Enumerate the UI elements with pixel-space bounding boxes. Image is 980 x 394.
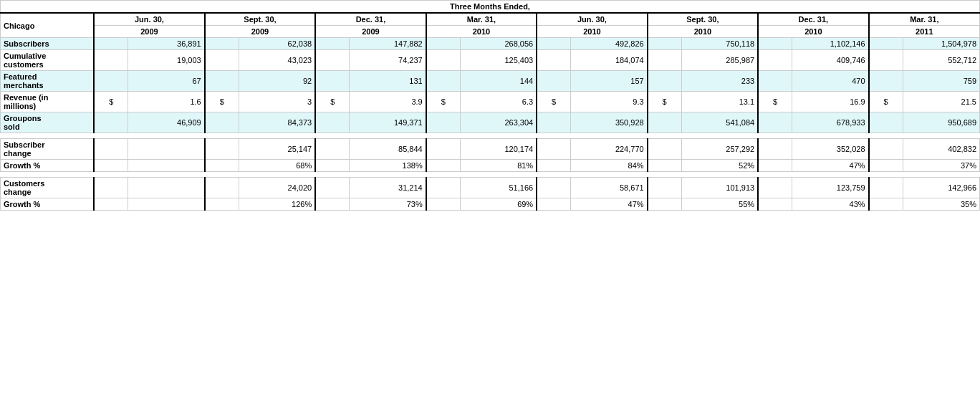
groupons-val-4: 350,928 bbox=[571, 112, 648, 133]
groupons-val-2: 149,371 bbox=[350, 112, 426, 133]
cust-growth-val-4: 47% bbox=[571, 198, 648, 211]
groupons-label: Grouponssold bbox=[1, 112, 95, 133]
cust-growth-val-6: 43% bbox=[792, 198, 869, 211]
revenue-row: Revenue (inmillions) $ 1.6 $ 3 $ 3.9 $ 6… bbox=[1, 92, 980, 112]
sub-growth-val-5: 52% bbox=[681, 160, 758, 172]
groupons-val-6: 678,933 bbox=[792, 112, 869, 133]
subscribers-val-5: 750,118 bbox=[681, 38, 758, 50]
subscribers-val-2: 147,882 bbox=[350, 38, 426, 50]
cumulative-val-0: 19,003 bbox=[128, 50, 205, 71]
subscribers-val-7: 1,504,978 bbox=[903, 38, 979, 50]
data-table: Three Months Ended, Chicago Jun. 30, Sep… bbox=[0, 0, 980, 216]
featured-val-6: 470 bbox=[792, 71, 869, 92]
period-top-1: Sept. 30, bbox=[244, 15, 276, 24]
cust-change-val-5: 101,913 bbox=[681, 178, 758, 198]
groupons-row: Grouponssold 46,909 84,373 149,371 263,3… bbox=[1, 112, 980, 133]
rev-dollar-2: $ bbox=[315, 92, 350, 112]
groupons-val-5: 541,084 bbox=[681, 112, 758, 133]
sub-growth-val-0 bbox=[128, 160, 205, 172]
period-top-3: Mar. 31, bbox=[467, 15, 496, 24]
sub-growth-label: Growth % bbox=[1, 160, 95, 172]
sub-growth-val-6: 47% bbox=[792, 160, 869, 172]
featured-val-5: 233 bbox=[681, 71, 758, 92]
period-header-0: Jun. 30, bbox=[94, 13, 204, 26]
cust-change-row: Customerschange 24,020 31,214 51,166 58,… bbox=[1, 178, 980, 198]
period-header-7: Mar. 31, bbox=[869, 13, 980, 26]
featured-val-7: 759 bbox=[903, 71, 979, 92]
spacer-2 bbox=[1, 172, 980, 178]
sub-change-val-2: 85,844 bbox=[350, 139, 426, 160]
sub-change-val-0 bbox=[128, 139, 205, 160]
period-year-6: 2010 bbox=[758, 26, 868, 38]
sub-growth-val-3: 81% bbox=[460, 160, 537, 172]
period-year-0: 2009 bbox=[94, 26, 204, 38]
groupons-val-7: 950,689 bbox=[903, 112, 979, 133]
spacer-1 bbox=[1, 133, 980, 139]
sub-growth-val-2: 138% bbox=[350, 160, 426, 172]
period-top-7: Mar. 31, bbox=[910, 15, 938, 24]
featured-label: Featuredmerchants bbox=[1, 71, 95, 92]
rev-dollar-1: $ bbox=[205, 92, 239, 112]
cust-growth-row: Growth % 126% 73% 69% 47% 55% 43% 35% bbox=[1, 198, 980, 211]
cumulative-val-7: 552,712 bbox=[903, 50, 979, 71]
sub-change-label: Subscriberchange bbox=[1, 139, 95, 160]
subscribers-val-1: 62,038 bbox=[239, 38, 315, 50]
sub-growth-val-4: 84% bbox=[571, 160, 648, 172]
cumulative-val-4: 184,074 bbox=[571, 50, 648, 71]
groupons-val-0: 46,909 bbox=[128, 112, 205, 133]
groupons-val-3: 263,304 bbox=[460, 112, 537, 133]
cust-change-label: Customerschange bbox=[1, 178, 95, 198]
revenue-val-6: 16.9 bbox=[792, 92, 869, 112]
subscribers-label: Subscribers bbox=[1, 38, 95, 50]
cumulative-label: Cumulativecustomers bbox=[1, 50, 95, 71]
featured-val-3: 144 bbox=[460, 71, 537, 92]
period-year-3: 2010 bbox=[426, 26, 537, 38]
rev-dollar-3: $ bbox=[426, 92, 461, 112]
sub-change-val-4: 224,770 bbox=[571, 139, 648, 160]
revenue-label: Revenue (inmillions) bbox=[1, 92, 95, 112]
sub-growth-row: Growth % 68% 138% 81% 84% 52% 47% 37% bbox=[1, 160, 980, 172]
period-year-2: 2009 bbox=[315, 26, 426, 38]
rev-dollar-6: $ bbox=[758, 92, 792, 112]
sub-change-val-7: 402,832 bbox=[903, 139, 979, 160]
rev-dollar-4: $ bbox=[537, 92, 571, 112]
cust-change-val-0 bbox=[128, 178, 205, 198]
sub-dollar-0 bbox=[94, 38, 128, 50]
period-top-4: Jun. 30, bbox=[577, 15, 607, 24]
subscribers-val-3: 268,056 bbox=[460, 38, 537, 50]
sub-dollar-2 bbox=[315, 38, 350, 50]
sub-dollar-6 bbox=[758, 38, 792, 50]
period-year-4: 2010 bbox=[537, 26, 647, 38]
featured-val-4: 157 bbox=[571, 71, 648, 92]
cust-growth-val-1: 126% bbox=[239, 198, 315, 211]
rev-dollar-7: $ bbox=[869, 92, 903, 112]
cumulative-val-5: 285,987 bbox=[681, 50, 758, 71]
featured-val-0: 67 bbox=[128, 71, 205, 92]
sub-dollar-1 bbox=[205, 38, 239, 50]
cust-change-val-2: 31,214 bbox=[350, 178, 426, 198]
featured-row: Featuredmerchants 67 92 131 144 157 233 … bbox=[1, 71, 980, 92]
period-year-1: 2009 bbox=[205, 26, 315, 38]
sub-growth-val-7: 37% bbox=[903, 160, 979, 172]
cust-growth-val-5: 55% bbox=[681, 198, 758, 211]
period-top-2: Dec. 31, bbox=[356, 15, 386, 24]
cumulative-val-2: 74,237 bbox=[350, 50, 426, 71]
revenue-val-4: 9.3 bbox=[571, 92, 648, 112]
spacer-3 bbox=[1, 211, 980, 216]
cust-growth-label: Growth % bbox=[1, 198, 95, 211]
period-header-3: Mar. 31, bbox=[426, 13, 537, 26]
title-cell: Three Months Ended, bbox=[1, 1, 980, 14]
featured-val-2: 131 bbox=[350, 71, 426, 92]
featured-val-1: 92 bbox=[239, 71, 315, 92]
period-year-7: 2011 bbox=[869, 26, 980, 38]
sub-growth-val-1: 68% bbox=[239, 160, 315, 172]
cust-change-val-3: 51,166 bbox=[460, 178, 537, 198]
revenue-val-1: 3 bbox=[239, 92, 315, 112]
city-header: Chicago bbox=[1, 13, 95, 38]
sub-dollar-5 bbox=[648, 38, 682, 50]
period-top-6: Dec. 31, bbox=[799, 15, 829, 24]
period-top-0: Jun. 30, bbox=[135, 15, 164, 24]
groupons-val-1: 84,373 bbox=[239, 112, 315, 133]
subscribers-val-6: 1,102,146 bbox=[792, 38, 869, 50]
sub-dollar-3 bbox=[426, 38, 461, 50]
